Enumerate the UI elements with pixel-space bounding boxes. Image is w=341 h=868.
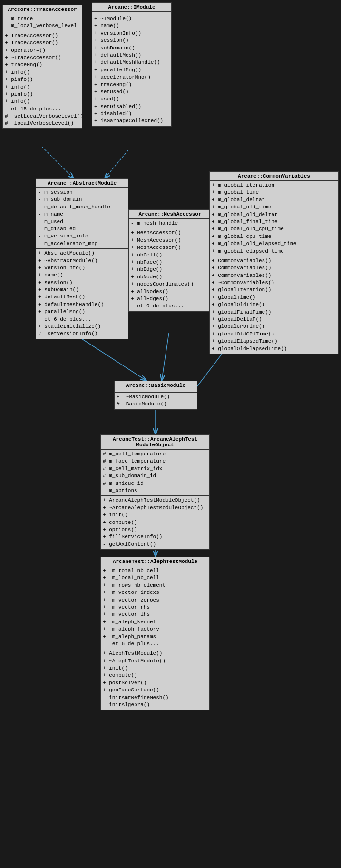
arcane-aleph-test-title: ArcaneTest::ArcaneAlephTestModuleObject <box>101 435 209 450</box>
abstract-module-box: Arcane::AbstractModule - m_session - m_s… <box>36 178 128 339</box>
trace-accessor-methods: + TraceAccessor() + TraceAccessor() + op… <box>3 31 82 128</box>
svg-line-0 <box>42 147 74 178</box>
svg-line-3 <box>162 333 169 381</box>
mesh-accessor-methods: + MeshAccessor() + MeshAccessor() + Mesh… <box>129 228 211 311</box>
trace-accessor-fields: - m_trace - m_local_verbose_level <box>3 14 82 31</box>
abstract-module-methods: + AbstractModule() + ~AbstractModule() +… <box>36 249 128 339</box>
arcane-aleph-test-box: ArcaneTest::ArcaneAlephTestModuleObject … <box>100 434 210 550</box>
svg-line-1 <box>105 150 128 178</box>
abstract-module-title: Arcane::AbstractModule <box>36 179 128 188</box>
aleph-test-module-fields: + m_total_nb_cell + m_local_nb_cell + m_… <box>101 566 209 649</box>
mesh-accessor-fields: - m_mesh_handle <box>129 219 211 228</box>
imodule-box: Arcane::IModule + ~IModule() + name() + … <box>92 2 172 127</box>
mesh-accessor-box: Arcane::MeshAccessor - m_mesh_handle + M… <box>128 209 212 312</box>
common-variables-box: Arcane::CommonVariables + m_global_itera… <box>209 171 339 354</box>
aleph-test-module-box: ArcaneTest::AlephTestModule + m_total_nb… <box>100 557 210 710</box>
arcane-aleph-test-methods: + ArcaneAlephTestModuleObject() + ~Arcan… <box>101 496 209 549</box>
basic-module-title: Arcane::BasicModule <box>115 381 197 390</box>
trace-accessor-box: Arccore::TraceAccessor - m_trace - m_loc… <box>2 5 82 129</box>
common-variables-fields: + m_global_iteration + m_global_time + m… <box>210 181 338 256</box>
mesh-accessor-title: Arcane::MeshAccessor <box>129 210 211 219</box>
basic-module-box: Arcane::BasicModule + ~BasicModule() # B… <box>114 381 197 410</box>
abstract-module-fields: - m_session - m_sub_domain - m_default_m… <box>36 188 128 249</box>
imodule-title: Arcane::IModule <box>92 3 171 12</box>
aleph-test-module-methods: + AlephTestModule() + ~AlephTestModule()… <box>101 649 209 710</box>
imodule-methods: + ~IModule() + name() + versionInfo() + … <box>92 14 171 126</box>
common-variables-methods: + CommonVariables() + CommonVariables() … <box>210 256 338 354</box>
common-variables-title: Arcane::CommonVariables <box>210 172 338 181</box>
basic-module-methods: + ~BasicModule() # BasicModule() <box>115 393 197 409</box>
trace-accessor-title: Arccore::TraceAccessor <box>3 5 82 14</box>
arcane-aleph-test-fields: # m_cell_temperature # m_face_temperatur… <box>101 450 209 496</box>
svg-line-2 <box>82 339 146 381</box>
aleph-test-module-title: ArcaneTest::AlephTestModule <box>101 557 209 566</box>
